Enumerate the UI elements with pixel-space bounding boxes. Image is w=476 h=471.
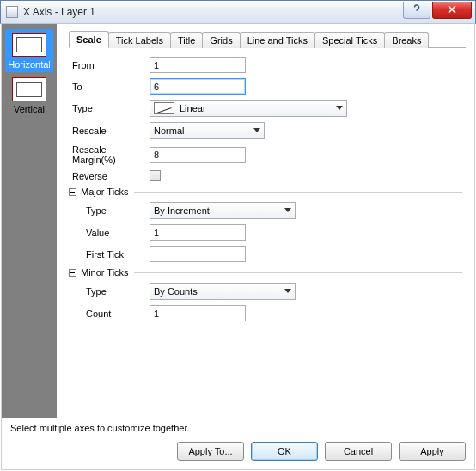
major-type-value: By Increment — [154, 205, 210, 216]
from-label: From — [70, 60, 150, 70]
axis-sidebar: Horizontal Vertical — [2, 24, 57, 418]
major-first-tick-label: First Tick — [70, 249, 150, 260]
from-input[interactable] — [150, 57, 246, 73]
minor-type-value: By Counts — [154, 286, 198, 297]
tab-strip: Scale Tick Labels Title Grids Line and T… — [69, 29, 466, 48]
collapse-icon[interactable] — [69, 188, 76, 196]
major-type-label: Type — [70, 205, 150, 216]
tab-line-and-ticks[interactable]: Line and Ticks — [240, 32, 315, 48]
window-title: X Axis - Layer 1 — [23, 6, 403, 18]
rescale-margin-input[interactable] — [150, 147, 246, 163]
close-button[interactable] — [432, 2, 472, 19]
apply-button[interactable]: Apply — [399, 442, 466, 461]
collapse-icon[interactable] — [69, 269, 76, 277]
apply-to-button[interactable]: Apply To... — [177, 442, 244, 461]
tab-grids[interactable]: Grids — [202, 32, 240, 48]
major-value-label: Value — [70, 228, 150, 238]
chevron-down-icon — [284, 289, 291, 293]
button-bar: Apply To... OK Cancel Apply — [2, 438, 474, 469]
sidebar-item-vertical[interactable]: Vertical — [5, 74, 53, 117]
sidebar-item-horizontal[interactable]: Horizontal — [5, 29, 53, 72]
major-ticks-group: Major Ticks — [81, 187, 129, 197]
rescale-margin-label: Rescale Margin(%) — [70, 144, 150, 165]
footer-hint: Select multiple axes to customize togeth… — [2, 418, 474, 438]
rescale-label: Rescale — [70, 125, 150, 136]
sidebar-item-label: Horizontal — [5, 59, 53, 70]
tab-special-ticks[interactable]: Special Ticks — [314, 32, 385, 48]
axis-thumb-horizontal-icon — [12, 33, 46, 57]
app-icon — [6, 6, 18, 18]
minor-type-combo[interactable]: By Counts — [150, 283, 296, 300]
type-combo[interactable]: Linear — [150, 100, 347, 117]
cancel-button[interactable]: Cancel — [325, 442, 392, 461]
sidebar-item-label: Vertical — [5, 104, 53, 114]
tab-breaks[interactable]: Breaks — [384, 32, 429, 48]
major-type-combo[interactable]: By Increment — [150, 202, 296, 219]
chevron-down-icon — [253, 128, 260, 132]
rescale-combo[interactable]: Normal — [150, 122, 265, 139]
minor-count-label: Count — [70, 309, 150, 319]
major-value-input[interactable] — [150, 224, 246, 241]
to-label: To — [70, 82, 150, 92]
chevron-down-icon — [284, 208, 291, 212]
axis-thumb-vertical-icon — [12, 77, 46, 101]
title-bar: X Axis - Layer 1 — [0, 0, 476, 24]
ok-button[interactable]: OK — [251, 442, 318, 461]
major-first-tick-input[interactable] — [150, 246, 246, 262]
chevron-down-icon — [336, 106, 343, 110]
minor-ticks-group: Minor Ticks — [81, 267, 129, 278]
to-input[interactable] — [150, 78, 246, 95]
reverse-label: Reverse — [70, 171, 150, 181]
help-button[interactable] — [403, 2, 430, 19]
linear-scale-icon — [154, 102, 174, 114]
type-value: Linear — [180, 103, 206, 113]
tab-tick-labels[interactable]: Tick Labels — [108, 32, 171, 48]
minor-type-label: Type — [70, 286, 150, 297]
type-label: Type — [70, 103, 150, 113]
rescale-value: Normal — [154, 125, 184, 136]
reverse-checkbox[interactable] — [150, 170, 161, 181]
tab-title[interactable]: Title — [170, 32, 203, 48]
minor-count-input[interactable] — [150, 305, 246, 321]
tab-scale[interactable]: Scale — [69, 31, 109, 48]
